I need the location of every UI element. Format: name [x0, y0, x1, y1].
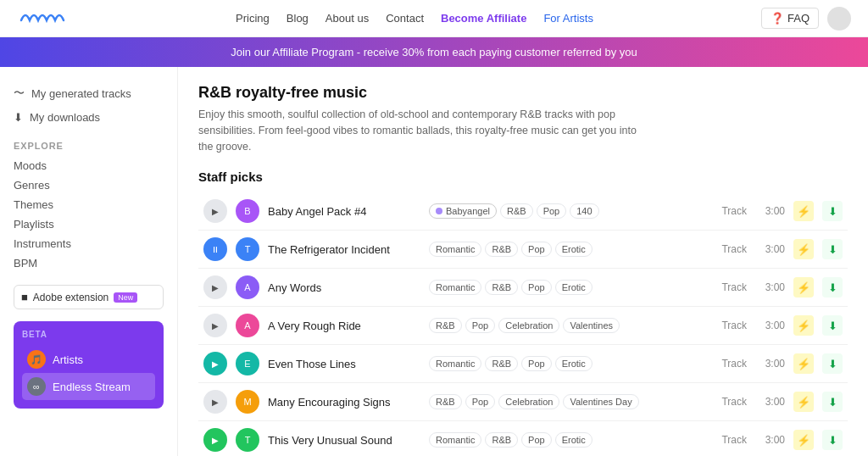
track-tag: Romantic — [429, 280, 481, 295]
track-tag: Romantic — [429, 356, 481, 371]
sidebar-my-tracks[interactable]: 〜 My generated tracks — [14, 81, 164, 106]
track-tag: R&B — [429, 318, 462, 333]
track-thumbnail: T — [236, 237, 259, 261]
play-button-0[interactable]: ▶ — [203, 199, 227, 223]
download-icon: ⬇ — [14, 111, 23, 124]
sidebar-playlists[interactable]: Playlists — [14, 214, 164, 234]
play-button-1[interactable]: ⏸ — [203, 237, 227, 261]
play-button-3[interactable]: ▶ — [203, 314, 227, 337]
quick-license-button[interactable]: ⚡ — [793, 353, 814, 374]
sidebar-my-downloads[interactable]: ⬇ My downloads — [14, 106, 164, 129]
main-content: R&B royalty-free music Enjoy this smooth… — [178, 67, 868, 456]
sidebar-themes[interactable]: Themes — [14, 195, 164, 214]
sidebar-instruments[interactable]: Instruments — [14, 234, 164, 253]
question-icon: ❓ — [771, 12, 784, 25]
download-button[interactable]: ⬇ — [822, 315, 843, 336]
track-type: Track — [713, 243, 747, 255]
download-button[interactable]: ⬇ — [822, 239, 843, 259]
play-button-6[interactable]: ▶ — [203, 428, 227, 452]
track-list: ▶BBaby Angel Pack #4BabyangelR&BPop140Tr… — [198, 192, 848, 456]
artist-dot — [436, 208, 442, 214]
my-downloads-label: My downloads — [30, 111, 100, 124]
track-name: The Refrigerator Incident — [268, 243, 420, 256]
sidebar-artists[interactable]: 🎵 Artists — [22, 346, 155, 373]
track-tag: R&B — [500, 203, 533, 219]
page-title: R&B royalty-free music — [198, 84, 848, 102]
track-tag: Valentines Day — [563, 394, 638, 409]
track-duration: 3:00 — [755, 205, 785, 217]
track-duration: 3:00 — [755, 358, 785, 370]
track-tag: Pop — [537, 203, 567, 219]
download-button[interactable]: ⬇ — [822, 392, 843, 412]
logo[interactable] — [17, 7, 68, 30]
track-tag: Pop — [521, 432, 552, 448]
track-tag: Pop — [521, 280, 552, 295]
track-tags: RomanticR&BPopErotic — [429, 356, 704, 371]
track-tags: R&BPopCelebrationValentines — [429, 318, 704, 333]
quick-license-button[interactable]: ⚡ — [793, 315, 814, 336]
track-duration: 3:00 — [755, 320, 785, 331]
track-tag: Romantic — [429, 242, 481, 257]
track-duration: 3:00 — [755, 243, 785, 255]
nav-affiliate[interactable]: Become Affiliate — [441, 12, 526, 25]
track-tag: Erotic — [555, 242, 593, 257]
track-thumbnail: E — [236, 352, 259, 375]
track-tag: Pop — [521, 356, 552, 371]
new-badge: New — [114, 292, 137, 303]
nav-about[interactable]: About us — [326, 12, 369, 25]
faq-button[interactable]: ❓ FAQ — [761, 8, 819, 29]
quick-license-button[interactable]: ⚡ — [793, 239, 814, 259]
track-name: Baby Angel Pack #4 — [268, 205, 420, 218]
avatar[interactable] — [827, 7, 851, 31]
quick-license-button[interactable]: ⚡ — [793, 430, 814, 450]
track-tag[interactable]: Babyangel — [429, 203, 497, 219]
quick-license-button[interactable]: ⚡ — [793, 201, 814, 221]
track-tag: Pop — [465, 394, 496, 409]
download-button[interactable]: ⬇ — [822, 430, 843, 450]
track-type: Track — [713, 358, 747, 370]
page-description: Enjoy this smooth, soulful collection of… — [198, 107, 639, 154]
nav-for-artists[interactable]: For Artists — [543, 12, 593, 25]
endless-stream-icon: ∞ — [27, 377, 46, 396]
nav-blog[interactable]: Blog — [287, 12, 309, 25]
track-row: ⏸TThe Refrigerator IncidentRomanticR&BPo… — [198, 231, 848, 269]
track-type: Track — [713, 205, 747, 217]
sidebar-endless-stream[interactable]: ∞ Endless Stream — [22, 373, 155, 400]
track-tags: R&BPopCelebrationValentines Day — [429, 394, 704, 409]
faq-label: FAQ — [787, 12, 810, 25]
track-type: Track — [713, 281, 747, 293]
artists-icon: 🎵 — [27, 350, 46, 369]
track-row: ▶AAny WordsRomanticR&BPopEroticTrack3:00… — [198, 269, 848, 307]
sidebar-genres[interactable]: Genres — [14, 175, 164, 195]
endless-stream-label: Endless Stream — [53, 381, 131, 393]
my-tracks-label: My generated tracks — [31, 87, 131, 100]
nav-contact[interactable]: Contact — [386, 12, 424, 25]
main-layout: 〜 My generated tracks ⬇ My downloads EXP… — [0, 67, 868, 456]
banner-text: Join our Affiliate Program - receive 30%… — [231, 46, 637, 58]
download-button[interactable]: ⬇ — [822, 353, 843, 374]
track-row: ▶AA Very Rough RideR&BPopCelebrationVale… — [198, 307, 848, 345]
track-thumbnail: A — [236, 314, 259, 337]
track-tag: Erotic — [555, 280, 593, 295]
track-row: ▶EEven Those LinesRomanticR&BPopEroticTr… — [198, 345, 848, 383]
adobe-label: Adobe extension — [33, 292, 108, 303]
download-button[interactable]: ⬇ — [822, 277, 843, 298]
play-button-4[interactable]: ▶ — [203, 352, 227, 375]
quick-license-button[interactable]: ⚡ — [793, 277, 814, 298]
track-tag: Pop — [465, 318, 496, 333]
quick-license-button[interactable]: ⚡ — [793, 392, 814, 412]
track-type: Track — [713, 434, 747, 446]
nav-pricing[interactable]: Pricing — [236, 12, 270, 25]
top-nav: Pricing Blog About us Contact Become Aff… — [0, 0, 868, 37]
adobe-extension[interactable]: ■ Adobe extension New — [14, 285, 164, 309]
sidebar: 〜 My generated tracks ⬇ My downloads EXP… — [0, 67, 178, 456]
track-row: ▶MMany Encouraging SignsR&BPopCelebratio… — [198, 383, 848, 421]
sidebar-bpm[interactable]: BPM — [14, 253, 164, 273]
track-tag: R&B — [485, 432, 518, 448]
sidebar-moods[interactable]: Moods — [14, 156, 164, 175]
affiliate-banner[interactable]: Join our Affiliate Program - receive 30%… — [0, 37, 868, 67]
track-tags: RomanticR&BPopErotic — [429, 432, 704, 448]
download-button[interactable]: ⬇ — [822, 201, 843, 221]
play-button-5[interactable]: ▶ — [203, 390, 227, 414]
play-button-2[interactable]: ▶ — [203, 275, 227, 299]
